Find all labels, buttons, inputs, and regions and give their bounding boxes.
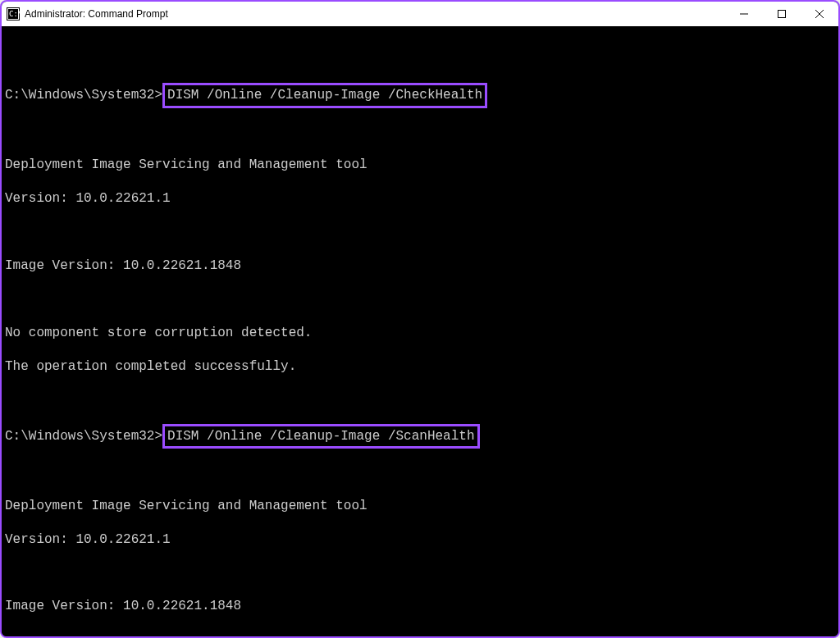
maximize-button[interactable]	[763, 2, 801, 26]
titlebar[interactable]: C:\ Administrator: Command Prompt	[2, 2, 838, 26]
output-line: The operation completed successfully.	[5, 358, 835, 375]
prompt-path: C:\Windows\System32>	[5, 88, 162, 103]
minimize-button[interactable]	[725, 2, 763, 26]
svg-text:C:\: C:\	[9, 10, 20, 18]
output-line: Version: 10.0.22621.1	[5, 190, 835, 207]
terminal-output[interactable]: C:\Windows\System32>DISM /Online /Cleanu…	[2, 26, 838, 636]
window-controls	[725, 2, 838, 26]
output-line: Image Version: 10.0.22621.1848	[5, 257, 835, 274]
command-prompt-window: C:\ Administrator: Command Prompt C:\Win…	[0, 0, 840, 638]
output-line: Image Version: 10.0.22621.1848	[5, 598, 835, 614]
output-line: Deployment Image Servicing and Managemen…	[5, 498, 835, 514]
command-2-highlight: DISM /Online /Cleanup-Image /ScanHealth	[162, 424, 479, 449]
output-line: No component store corruption detected.	[5, 325, 835, 341]
command-1-highlight: DISM /Online /Cleanup-Image /CheckHealth	[162, 83, 487, 107]
output-line: Version: 10.0.22621.1	[5, 531, 835, 548]
output-line: Deployment Image Servicing and Managemen…	[5, 157, 835, 173]
cmd-icon: C:\	[7, 7, 20, 21]
prompt-path: C:\Windows\System32>	[5, 429, 162, 444]
close-button[interactable]	[801, 2, 838, 26]
svg-rect-5	[778, 11, 786, 18]
window-title: Administrator: Command Prompt	[25, 8, 168, 20]
